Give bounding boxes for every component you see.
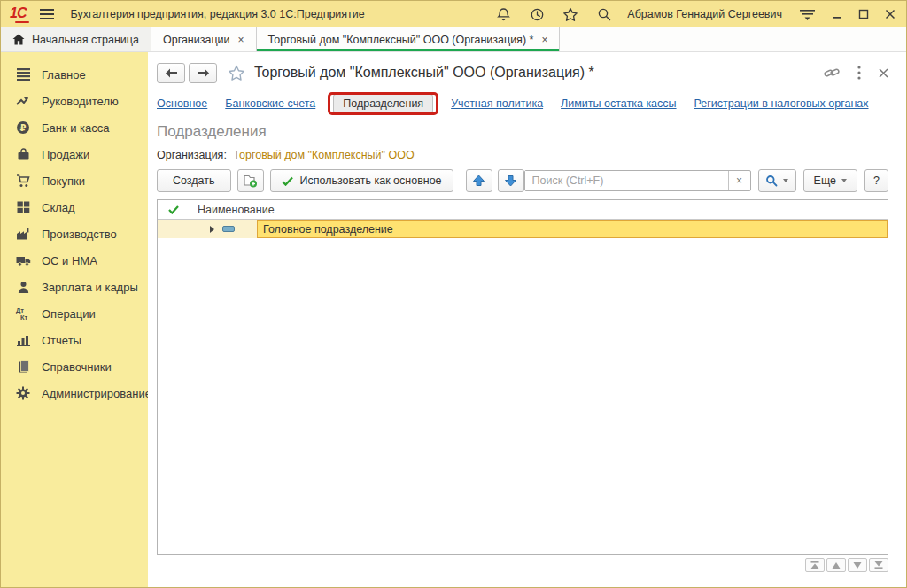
organization-row: Организация: Торговый дом "Комплексный" … xyxy=(157,149,888,161)
search-box: × xyxy=(524,170,751,191)
tab-bar: Начальная страница Организации × Торговы… xyxy=(1,27,906,52)
department-group-icon xyxy=(222,226,235,232)
sidebar-item-operacii[interactable]: ДтКт Операции xyxy=(1,300,148,327)
tree-cell xyxy=(190,220,257,238)
sidebar-item-pokupki[interactable]: Покупки xyxy=(1,167,148,194)
sidebar-item-os-i-nma[interactable]: ОС и НМА xyxy=(1,247,148,274)
kebab-menu-icon[interactable] xyxy=(857,66,861,80)
gear-icon xyxy=(15,386,31,400)
main-menu-icon[interactable] xyxy=(40,8,54,20)
nav-link-bankovskie-scheta[interactable]: Банковские счета xyxy=(225,97,315,110)
organization-value-link[interactable]: Торговый дом "Комплексный" ООО xyxy=(233,149,414,161)
list-scroll-buttons xyxy=(157,558,888,572)
factory-icon xyxy=(15,227,31,241)
svg-text:₽: ₽ xyxy=(20,123,27,133)
favorites-star-icon[interactable] xyxy=(562,5,579,23)
nav-link-osnovnoe[interactable]: Основное xyxy=(157,97,207,110)
use-as-main-button[interactable]: Использовать как основное xyxy=(270,169,454,192)
tree-expander-icon[interactable] xyxy=(210,226,214,233)
tab-organization-card[interactable]: Торговый дом "Комплексный" ООО (Организа… xyxy=(257,27,561,51)
minimize-icon[interactable] xyxy=(832,9,842,19)
nav-link-podrazdeleniya[interactable]: Подразделения xyxy=(333,94,433,113)
department-name-cell[interactable]: Головное подразделение xyxy=(257,220,888,238)
person-icon xyxy=(15,280,31,294)
tab-home[interactable]: Начальная страница xyxy=(1,27,151,51)
main-flag-column-header[interactable] xyxy=(158,200,190,219)
nav-link-registracii-v-nalogovyh-organah[interactable]: Регистрации в налоговых органах xyxy=(694,97,869,110)
scroll-bottom-icon[interactable] xyxy=(869,558,888,572)
service-menu-icon[interactable] xyxy=(798,5,816,23)
scroll-up-icon[interactable] xyxy=(826,558,846,572)
sidebar-item-zarplata-i-kadry[interactable]: Зарплата и кадры xyxy=(1,274,148,300)
close-form-icon[interactable] xyxy=(879,68,888,78)
svg-text:Кт: Кт xyxy=(20,313,28,321)
sidebar-item-proizvodstvo[interactable]: Производство xyxy=(1,220,148,247)
tab-label: Организации xyxy=(163,34,230,46)
form-nav-links: Основное Банковские счета Подразделения … xyxy=(157,94,888,113)
move-up-button[interactable] xyxy=(466,169,492,192)
chevron-down-icon xyxy=(841,179,847,182)
boxes-icon xyxy=(15,200,31,214)
form-header-actions xyxy=(806,66,888,80)
close-window-icon[interactable] xyxy=(885,9,895,19)
sidebar-item-bank-i-kassa[interactable]: ₽ Банк и касса xyxy=(1,114,148,141)
more-button[interactable]: Еще xyxy=(803,169,857,192)
home-icon xyxy=(12,34,25,45)
search-input[interactable] xyxy=(525,171,728,190)
nav-link-uchetnaya-politika[interactable]: Учетная политика xyxy=(451,97,543,110)
list-header: Наименование xyxy=(158,200,888,220)
link-icon[interactable] xyxy=(824,66,840,80)
list-empty-area xyxy=(158,238,888,554)
tab-label: Торговый дом "Комплексный" ООО (Организа… xyxy=(268,34,534,46)
check-icon xyxy=(282,176,293,186)
form-content: Торговый дом "Комплексный" ООО (Организа… xyxy=(148,52,907,587)
move-down-button[interactable] xyxy=(498,169,524,192)
tab-organizations[interactable]: Организации × xyxy=(151,27,257,51)
section-title: Подразделения xyxy=(157,123,888,141)
scroll-top-icon[interactable] xyxy=(805,558,825,572)
sidebar-item-administrirovanie[interactable]: Администрирование xyxy=(1,380,148,406)
help-button[interactable]: ? xyxy=(864,169,888,192)
sidebar-item-prodazhi[interactable]: Продажи xyxy=(1,141,148,167)
ruble-circle-icon: ₽ xyxy=(15,120,31,135)
sidebar-item-sklad[interactable]: Склад xyxy=(1,194,148,220)
sidebar-item-otchety[interactable]: Отчеты xyxy=(1,327,148,353)
truck-icon xyxy=(15,253,31,267)
bar-chart-icon xyxy=(15,333,31,347)
create-button[interactable]: Создать xyxy=(157,169,231,192)
bell-icon[interactable] xyxy=(494,5,512,23)
name-column-header[interactable]: Наименование xyxy=(190,200,888,219)
scroll-down-icon[interactable] xyxy=(848,558,867,572)
list-toolbar: Создать Использовать как основное × xyxy=(157,169,888,192)
form-header: Торговый дом "Комплексный" ООО (Организа… xyxy=(157,59,888,86)
book-icon xyxy=(15,360,31,374)
favorite-star-icon[interactable] xyxy=(228,65,245,81)
sidebar-item-glavnoe[interactable]: Главное xyxy=(1,61,148,88)
trend-arrow-icon xyxy=(15,94,31,108)
window-title: Бухгалтерия предприятия, редакция 3.0 1С… xyxy=(70,8,364,20)
tab-home-label: Начальная страница xyxy=(32,34,139,46)
search-clear-icon[interactable]: × xyxy=(728,171,750,190)
nav-current-wrap: Подразделения xyxy=(333,97,433,110)
search-settings-button[interactable] xyxy=(758,169,796,192)
tab-close-icon[interactable]: × xyxy=(238,34,244,46)
maximize-icon[interactable] xyxy=(858,9,869,19)
cart-icon xyxy=(15,174,31,188)
title-bar: 1С Бухгалтерия предприятия, редакция 3.0… xyxy=(1,1,906,27)
sidebar: Главное Руководителю ₽ Банк и касса Прод… xyxy=(1,52,148,587)
bag-icon xyxy=(15,147,31,161)
nav-link-limity-ostatka-kassy[interactable]: Лимиты остатка кассы xyxy=(561,97,676,110)
search-icon[interactable] xyxy=(595,5,613,23)
titlebar-actions: Абрамов Геннадий Сергеевич xyxy=(478,5,895,23)
main-flag-cell xyxy=(158,220,190,238)
sidebar-item-spravochniki[interactable]: Справочники xyxy=(1,353,148,380)
create-group-button[interactable] xyxy=(237,169,264,192)
list-row-golovnoe-podrazdelenie[interactable]: Головное подразделение xyxy=(158,220,888,238)
current-user: Абрамов Геннадий Сергеевич xyxy=(627,8,782,20)
forward-arrow-icon[interactable] xyxy=(189,63,217,83)
chevron-down-icon xyxy=(783,179,788,182)
history-icon[interactable] xyxy=(528,5,546,23)
tab-close-icon[interactable]: × xyxy=(541,34,547,46)
back-arrow-icon[interactable] xyxy=(157,63,185,83)
sidebar-item-rukovoditelyu[interactable]: Руководителю xyxy=(1,88,148,114)
